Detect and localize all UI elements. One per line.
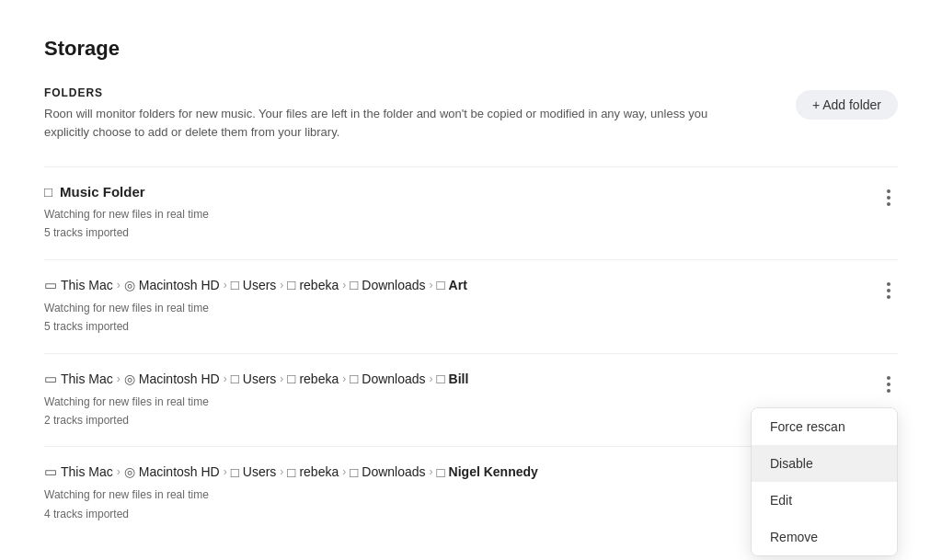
chevron-2-art: › <box>224 279 227 291</box>
dot-3 <box>887 202 890 206</box>
segment-downloads-label-bill: Downloads <box>362 371 425 386</box>
chevron-2-nigel: › <box>224 465 227 478</box>
folder-icon-downloads-nigel: □ <box>350 464 358 480</box>
music-folder-meta: Watching for new files in real time 5 tr… <box>44 205 879 243</box>
folder-art-status: Watching for new files in real time <box>44 299 879 317</box>
folder-art-tracks: 5 tracks imported <box>44 317 879 336</box>
segment-final-label-art: Art <box>449 278 467 292</box>
segment-final-label-bill: Bill <box>449 371 469 386</box>
folder-icon-rebeka-art: □ <box>287 277 295 292</box>
segment-monitor-bill: ▭ This Mac <box>44 371 113 387</box>
segment-final-bill: □ Bill <box>437 371 469 386</box>
folder-bill-menu-button[interactable] <box>879 372 898 396</box>
folder-icon-final-art: □ <box>437 277 445 292</box>
segment-users-label-bill: Users <box>243 371 277 386</box>
context-menu: Force rescan Disable Edit Remove <box>751 407 898 556</box>
storage-page: Storage FOLDERS Roon will monitor folder… <box>0 0 942 560</box>
segment-hd-label-art: Macintosh HD <box>139 278 220 292</box>
music-folder-name: Music Folder <box>60 184 145 200</box>
segment-users-art: □ Users <box>231 277 277 292</box>
segment-rebeka-bill: □ rebeka <box>287 371 339 386</box>
music-folder-row: □ Music Folder Watching for new files in… <box>44 166 898 259</box>
dot-1 <box>887 189 890 193</box>
segment-rebeka-art: □ rebeka <box>287 277 339 292</box>
folder-icon-users-nigel: □ <box>231 464 239 480</box>
monitor-icon: ▭ <box>44 277 57 293</box>
folders-description: FOLDERS Roon will monitor folders for ne… <box>44 86 734 141</box>
chevron-3-nigel: › <box>280 465 283 478</box>
segment-hd-label-bill: Macintosh HD <box>139 371 220 386</box>
folder-icon-rebeka-nigel: □ <box>287 464 295 480</box>
monitor-icon-nigel: ▭ <box>44 463 57 480</box>
dot-2 <box>887 289 890 292</box>
segment-users-label-nigel: Users <box>243 464 277 479</box>
folder-item-bill: ▭ This Mac › ◎ Macintosh HD › □ Users › … <box>44 353 898 447</box>
chevron-4-art: › <box>342 279 346 291</box>
segment-hd-art: ◎ Macintosh HD <box>124 278 220 292</box>
segment-thismac-bill: This Mac <box>61 371 113 386</box>
menu-item-remove[interactable]: Remove <box>752 519 897 555</box>
dot-3 <box>887 295 890 299</box>
segment-final-art: □ Art <box>437 277 467 292</box>
add-folder-button[interactable]: + Add folder <box>796 90 898 120</box>
monitor-icon-bill: ▭ <box>44 371 57 387</box>
chevron-2-bill: › <box>224 372 227 385</box>
segment-downloads-bill: □ Downloads <box>350 371 425 386</box>
menu-item-force-rescan[interactable]: Force rescan <box>752 408 897 445</box>
folder-art-meta: Watching for new files in real time 5 tr… <box>44 299 879 337</box>
chevron-4-nigel: › <box>342 465 346 478</box>
folder-icon-users-art: □ <box>231 277 239 292</box>
dot-1 <box>887 376 890 380</box>
folder-icon-final-bill: □ <box>437 371 445 386</box>
folders-label: FOLDERS <box>44 86 734 99</box>
folder-item-art: ▭ This Mac › ◎ Macintosh HD › □ Users › … <box>44 259 898 353</box>
dot-3 <box>887 389 890 393</box>
folder-art-content: ▭ This Mac › ◎ Macintosh HD › □ Users › … <box>44 277 879 337</box>
folder-icon-final-nigel: □ <box>437 464 445 480</box>
chevron-3-bill: › <box>280 372 283 385</box>
chevron-4-bill: › <box>342 372 346 385</box>
folder-icon-rebeka-bill: □ <box>287 371 295 386</box>
segment-monitor-nigel: ▭ This Mac <box>44 463 113 480</box>
segment-users-label-art: Users <box>243 278 277 292</box>
dot-2 <box>887 196 890 200</box>
segment-monitor-art: ▭ This Mac <box>44 277 113 293</box>
hd-icon-nigel: ◎ <box>124 464 135 479</box>
segment-final-label-nigel: Nigel Kennedy <box>449 464 538 479</box>
segment-downloads-nigel: □ Downloads <box>350 464 425 480</box>
music-folder-status: Watching for new files in real time <box>44 205 879 223</box>
segment-hd-label-nigel: Macintosh HD <box>139 464 220 479</box>
chevron-5-bill: › <box>430 372 433 385</box>
music-folder-title: □ Music Folder <box>44 184 879 200</box>
menu-item-disable[interactable]: Disable <box>752 445 897 482</box>
chevron-5-art: › <box>430 279 433 291</box>
segment-thismac-nigel: This Mac <box>61 464 113 479</box>
music-folder-tracks: 5 tracks imported <box>44 223 879 242</box>
dot-2 <box>887 383 890 386</box>
folder-bill-path: ▭ This Mac › ◎ Macintosh HD › □ Users › … <box>44 371 879 387</box>
segment-rebeka-label-bill: rebeka <box>299 371 339 386</box>
hd-icon-art: ◎ <box>124 278 135 292</box>
hd-icon-bill: ◎ <box>124 371 135 386</box>
folder-icon-downloads-bill: □ <box>350 371 358 386</box>
segment-rebeka-label-art: rebeka <box>299 278 339 292</box>
segment-users-nigel: □ Users <box>231 464 277 480</box>
segment-thismac-art: This Mac <box>61 278 113 292</box>
segment-rebeka-nigel: □ rebeka <box>287 464 339 480</box>
page-title: Storage <box>44 37 898 61</box>
segment-rebeka-label-nigel: rebeka <box>299 464 339 479</box>
folders-desc-text: Roon will monitor folders for new music.… <box>44 105 734 141</box>
chevron-1-bill: › <box>117 372 121 385</box>
music-folder-menu-button[interactable] <box>879 186 898 210</box>
chevron-1-nigel: › <box>117 465 121 478</box>
segment-downloads-label-nigel: Downloads <box>362 464 425 479</box>
folders-header: FOLDERS Roon will monitor folders for ne… <box>44 86 898 141</box>
folder-art-menu-button[interactable] <box>879 279 898 303</box>
segment-final-nigel: □ Nigel Kennedy <box>437 464 538 480</box>
chevron-3-art: › <box>280 279 283 291</box>
segment-hd-bill: ◎ Macintosh HD <box>124 371 220 386</box>
folder-icon: □ <box>44 184 52 200</box>
menu-item-edit[interactable]: Edit <box>752 482 897 519</box>
music-folder-content: □ Music Folder Watching for new files in… <box>44 184 879 243</box>
folder-bill-menu-container: Force rescan Disable Edit Remove <box>879 371 898 396</box>
